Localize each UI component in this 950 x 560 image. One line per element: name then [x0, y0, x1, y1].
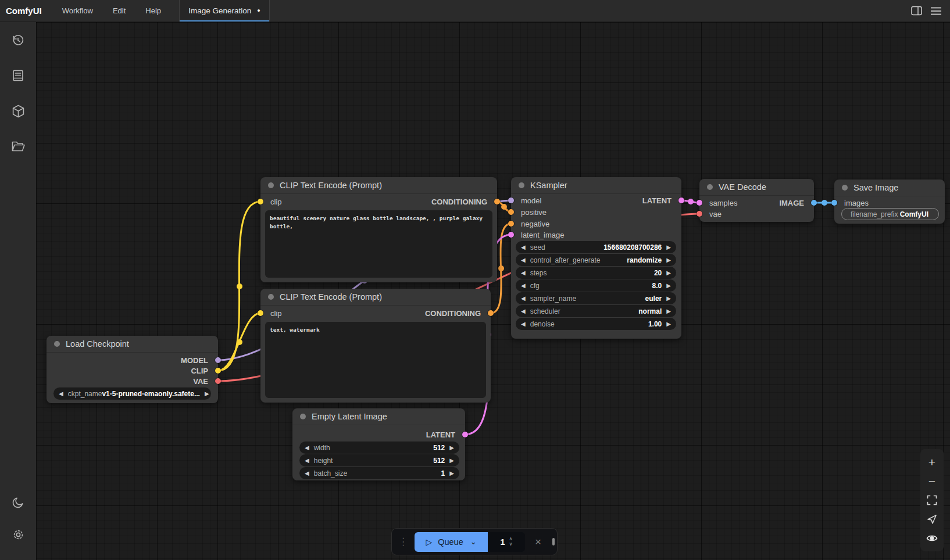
prompt-textarea[interactable]: beautiful scenery nature glass bottle la…	[265, 210, 492, 278]
menu-help[interactable]: Help	[135, 0, 171, 21]
queue-button[interactable]: ▷ Queue ⌄	[415, 532, 488, 552]
widget-value[interactable]: 1.00	[648, 320, 662, 328]
widget-scheduler[interactable]: ◀ scheduler normal ▶	[516, 305, 676, 317]
next-arrow-icon[interactable]: ▶	[666, 321, 671, 327]
collapse-dot-icon[interactable]	[707, 184, 713, 190]
node-load-checkpoint[interactable]: Load Checkpoint MODEL CLIP VAE ◀ ckpt_na…	[47, 336, 218, 403]
output-port-latent[interactable]	[678, 198, 684, 203]
next-arrow-icon[interactable]: ▶	[666, 296, 671, 301]
input-port-vae[interactable]	[697, 211, 702, 217]
widget-filename-prefix[interactable]: filename_prefix ComfyUI	[841, 208, 939, 220]
input-port-samples[interactable]	[697, 200, 702, 206]
output-port-model[interactable]	[215, 357, 221, 363]
node-empty-latent-image[interactable]: Empty Latent Image LATENT ◀ width 512 ▶ …	[292, 408, 465, 480]
queue-actionbar[interactable]: ⋮ ▷ Queue ⌄ 1 ∧ ∨ ×	[391, 528, 558, 555]
batch-count-input[interactable]: 1 ∧ ∨	[488, 532, 525, 552]
prev-arrow-icon[interactable]: ◀	[521, 283, 526, 289]
next-arrow-icon[interactable]: ▶	[666, 270, 671, 276]
drag-handle-icon[interactable]: ⋮	[398, 537, 408, 547]
toggle-panel-icon[interactable]	[910, 5, 922, 17]
prev-arrow-icon[interactable]: ◀	[521, 296, 526, 301]
widget-value[interactable]: 156680208700286	[603, 243, 662, 252]
node-clip-text-encode-positive[interactable]: CLIP Text Encode (Prompt) clip CONDITION…	[260, 177, 497, 282]
widget-cfg[interactable]: ◀ cfg 8.0 ▶	[516, 279, 676, 292]
select-mode-button[interactable]	[925, 512, 939, 526]
sidebar-queue-log-button[interactable]	[5, 63, 31, 88]
widget-value[interactable]: 512	[433, 457, 445, 465]
node-save-image[interactable]: Save Image images filename_prefix ComfyU…	[834, 180, 945, 224]
input-port-clip[interactable]	[258, 199, 263, 204]
node-ksampler[interactable]: KSampler model LATENT positive negative …	[511, 177, 681, 339]
collapse-dot-icon[interactable]	[54, 341, 60, 347]
prev-arrow-icon[interactable]: ◀	[305, 458, 309, 464]
sidebar-theme-toggle-button[interactable]	[5, 489, 31, 515]
collapse-dot-icon[interactable]	[300, 414, 306, 419]
next-arrow-icon[interactable]: ▶	[666, 308, 671, 314]
next-arrow-icon[interactable]: ▶	[449, 458, 454, 464]
node-header[interactable]: CLIP Text Encode (Prompt)	[260, 289, 491, 306]
node-clip-text-encode-negative[interactable]: CLIP Text Encode (Prompt) clip CONDITION…	[260, 289, 491, 403]
widget-value[interactable]: randomize	[627, 256, 662, 264]
zoom-out-button[interactable]: −	[925, 474, 939, 488]
input-port-model[interactable]	[508, 198, 514, 203]
widget-steps[interactable]: ◀ steps 20 ▶	[516, 267, 676, 279]
widget-value[interactable]: 512	[433, 444, 445, 452]
next-arrow-icon[interactable]: ▶	[666, 245, 671, 250]
widget-control-after-generate[interactable]: ◀ control_after_generate randomize ▶	[516, 254, 676, 266]
widget-value[interactable]: ComfyUI	[900, 210, 928, 218]
zoom-in-button[interactable]: +	[925, 455, 939, 469]
widget-value[interactable]: 1	[441, 469, 445, 478]
next-arrow-icon[interactable]: ▶	[449, 445, 454, 451]
clear-queue-icon[interactable]: ×	[535, 536, 541, 547]
widget-value[interactable]: 8.0	[652, 282, 662, 290]
output-port-latent[interactable]	[462, 432, 468, 437]
next-arrow-icon[interactable]: ▶	[666, 257, 671, 263]
batch-count-value[interactable]: 1	[501, 537, 505, 547]
widget-seed[interactable]: ◀ seed 156680208700286 ▶	[516, 241, 676, 253]
prev-arrow-icon[interactable]: ◀	[521, 270, 526, 276]
input-port-latent-image[interactable]	[508, 232, 514, 238]
node-header[interactable]: CLIP Text Encode (Prompt)	[260, 177, 497, 194]
node-header[interactable]: VAE Decode	[699, 179, 814, 196]
prev-arrow-icon[interactable]: ◀	[521, 321, 526, 327]
stepper-up-icon[interactable]: ∧	[509, 537, 513, 541]
sidebar-model-library-button[interactable]	[5, 98, 31, 124]
stop-queue-icon[interactable]	[552, 538, 555, 545]
widget-value[interactable]: 20	[654, 269, 662, 277]
menu-workflow[interactable]: Workflow	[52, 0, 103, 21]
prev-arrow-icon[interactable]: ◀	[305, 445, 309, 451]
widget-denoise[interactable]: ◀ denoise 1.00 ▶	[516, 318, 676, 330]
widget-height[interactable]: ◀ height 512 ▶	[299, 454, 459, 466]
stepper-down-icon[interactable]: ∨	[509, 542, 513, 547]
output-port-clip[interactable]	[215, 368, 221, 374]
node-header[interactable]: Load Checkpoint	[47, 336, 218, 353]
widget-sampler-name[interactable]: ◀ sampler_name euler ▶	[516, 292, 676, 304]
node-header[interactable]: Save Image	[834, 180, 945, 196]
prev-arrow-icon[interactable]: ◀	[521, 308, 526, 314]
prev-arrow-icon[interactable]: ◀	[521, 245, 526, 250]
next-arrow-icon[interactable]: ▶	[666, 283, 671, 289]
fit-view-button[interactable]	[925, 493, 939, 507]
sidebar-history-button[interactable]	[5, 27, 31, 53]
node-vae-decode[interactable]: VAE Decode samples IMAGE vae	[699, 179, 814, 222]
input-port-images[interactable]	[831, 200, 837, 206]
widget-value[interactable]: normal	[638, 307, 662, 315]
collapse-dot-icon[interactable]	[519, 182, 524, 188]
chevron-down-icon[interactable]: ⌄	[470, 538, 477, 545]
prev-arrow-icon[interactable]: ◀	[59, 391, 63, 397]
collapse-dot-icon[interactable]	[268, 294, 274, 300]
menu-edit[interactable]: Edit	[103, 0, 135, 21]
output-port-image[interactable]	[811, 200, 817, 206]
collapse-dot-icon[interactable]	[268, 182, 274, 188]
prev-arrow-icon[interactable]: ◀	[305, 471, 309, 476]
widget-value[interactable]: v1-5-pruned-emaonly.safete...	[102, 390, 200, 398]
widget-width[interactable]: ◀ width 512 ▶	[299, 441, 459, 454]
next-arrow-icon[interactable]: ▶	[449, 471, 454, 476]
sidebar-settings-button[interactable]	[5, 522, 31, 547]
tab-image-generation[interactable]: Image Generation ●	[179, 0, 270, 21]
next-arrow-icon[interactable]: ▶	[205, 391, 209, 397]
prev-arrow-icon[interactable]: ◀	[521, 257, 526, 263]
widget-batch-size[interactable]: ◀ batch_size 1 ▶	[299, 467, 459, 479]
prompt-textarea[interactable]: text, watermark	[265, 322, 486, 398]
input-port-positive[interactable]	[508, 209, 514, 215]
